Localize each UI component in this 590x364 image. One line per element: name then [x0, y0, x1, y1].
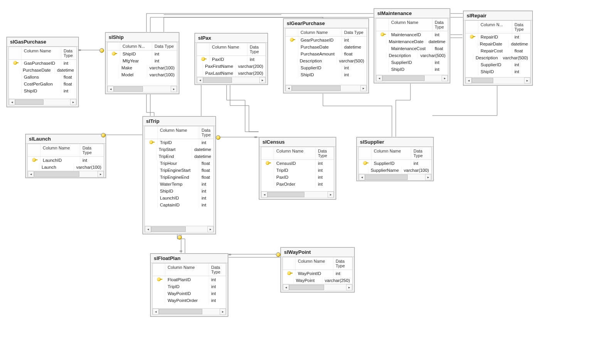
diagram-canvas[interactable]: slGasPurchase Column Name Data Type GasP…	[0, 0, 590, 364]
table-title: slRepair	[464, 11, 532, 20]
table-row[interactable]: PaxOrderint	[261, 181, 334, 188]
table-row[interactable]: TripHourfloat	[145, 160, 213, 167]
table-row[interactable]: ShipIDint	[145, 188, 213, 195]
table-body: Column Name Data Type GasPurchaseIDint P…	[8, 47, 77, 105]
table-slTrip[interactable]: slTrip Column NameData Type TripIDint Tr…	[143, 116, 216, 234]
relation-infinity-icon: ∞	[180, 249, 184, 252]
table-slGasPurchase[interactable]: slGasPurchase Column Name Data Type GasP…	[7, 37, 79, 107]
table-row[interactable]: PaxIDint	[197, 56, 266, 63]
table-title: slLaunch	[26, 134, 106, 144]
table-row[interactable]: PurchaseDatedatetime	[286, 44, 366, 50]
table-row[interactable]: TripEnddatetime	[145, 153, 213, 160]
table-row[interactable]: PurchaseDatedatetime	[9, 67, 76, 74]
table-slFloatPlan[interactable]: slFloatPlan Column NameData Type FloatPl…	[150, 253, 228, 317]
table-row[interactable]: ShipIDint	[466, 68, 530, 75]
table-row[interactable]: GearPurchaseIDint	[286, 37, 366, 44]
table-row[interactable]: PurchaseAmountfloat	[286, 50, 366, 57]
table-row[interactable]: Makevarchar(100)	[108, 64, 177, 71]
table-row[interactable]: PaxIDint	[261, 174, 334, 181]
table-row[interactable]: MfgYearint	[108, 57, 177, 64]
table-row[interactable]: ShipIDint	[376, 66, 448, 73]
table-row[interactable]: WayPointOrderint	[153, 297, 226, 304]
table-row[interactable]: SupplierIDint	[359, 160, 431, 167]
h-scrollbar[interactable]: ◂▸	[9, 99, 76, 105]
key-icon	[287, 271, 291, 275]
h-scrollbar[interactable]: ◂▸	[261, 191, 334, 197]
relation-key-icon	[276, 252, 280, 256]
table-row[interactable]: WayPointIDint	[153, 290, 226, 297]
table-row[interactable]: Descriptionvarchar(500)	[466, 54, 530, 61]
h-scrollbar[interactable]: ◂▸	[197, 77, 266, 83]
table-row[interactable]: WaterTempint	[145, 181, 213, 188]
table-row[interactable]: CensusIDint	[261, 160, 334, 167]
table-row[interactable]: TripEngineEndfloat	[145, 174, 213, 181]
table-row[interactable]: ShipIDint	[9, 87, 76, 94]
table-row[interactable]: GasPurchaseIDint	[9, 60, 76, 67]
table-row[interactable]: ShipIDint	[286, 71, 366, 78]
table-row[interactable]: TripIDint	[145, 139, 213, 146]
table-row[interactable]: PaxLastNamevarchar(200)	[197, 70, 266, 77]
table-row[interactable]: RepairIDint	[466, 34, 530, 40]
scroll-left-icon[interactable]: ◂	[9, 99, 15, 105]
table-title: slMaintenance	[374, 9, 450, 18]
h-scrollbar[interactable]: ◂▸	[145, 226, 213, 232]
table-row[interactable]: Gallonsfloat	[9, 74, 76, 81]
table-slMaintenance[interactable]: slMaintenance Column NameData Type Maint…	[374, 8, 450, 83]
scroll-right-icon[interactable]: ▸	[70, 99, 76, 105]
h-scrollbar[interactable]: ◂▸	[359, 174, 431, 180]
table-row[interactable]: Launchvarchar(100)	[28, 164, 104, 171]
table-row[interactable]: RepairDatedatetime	[466, 40, 530, 47]
table-title: slShip	[106, 33, 179, 42]
table-title: slWayPoint	[281, 248, 354, 257]
table-slRepair[interactable]: slRepair Column N...Data Type RepairIDin…	[463, 11, 533, 86]
h-scrollbar[interactable]: ◂▸	[286, 85, 366, 91]
table-row[interactable]: LaunchIDint	[28, 157, 104, 164]
table-title: slPax	[195, 34, 267, 43]
table-row[interactable]: Descriptionvarchar(500)	[286, 57, 366, 64]
relation-key-icon	[177, 235, 181, 239]
table-row[interactable]: WayPointIDint	[283, 270, 352, 277]
table-row[interactable]: MaintenanceIDint	[376, 31, 448, 38]
table-row[interactable]: LaunchIDint	[145, 195, 213, 201]
table-row[interactable]: FloatPlanIDint	[153, 276, 226, 283]
table-title: slCensus	[259, 138, 336, 147]
table-row[interactable]: TripIDint	[261, 167, 334, 174]
h-scrollbar[interactable]: ◂▸	[28, 171, 104, 177]
table-slGearPurchase[interactable]: slGearPurchase Column NameData Type Gear…	[283, 18, 369, 93]
h-scrollbar[interactable]: ◂▸	[466, 77, 530, 83]
table-row[interactable]: SupplierIDint	[466, 61, 530, 68]
h-scrollbar[interactable]: ◂▸	[108, 86, 177, 92]
table-slWayPoint[interactable]: slWayPoint Column NameData Type WayPoint…	[281, 247, 355, 292]
table-slLaunch[interactable]: slLaunch Column NameData Type LaunchIDin…	[25, 134, 106, 178]
table-slSupplier[interactable]: slSupplier Column NameData Type Supplier…	[356, 137, 434, 181]
table-row[interactable]: WayPointvarchar(250)	[283, 277, 352, 284]
h-scrollbar[interactable]: ◂▸	[376, 75, 448, 81]
table-row[interactable]: SupplierNamevarchar(100)	[359, 167, 431, 174]
table-row[interactable]: RepairCostfloat	[466, 47, 530, 54]
table-row[interactable]: CostPerGallonfloat	[9, 81, 76, 87]
table-slCensus[interactable]: slCensus Column NameData Type CensusIDin…	[259, 137, 336, 200]
table-row[interactable]: Modelvarchar(100)	[108, 71, 177, 78]
table-row[interactable]: SupplierIDint	[376, 59, 448, 66]
key-icon	[157, 277, 161, 281]
scroll-thumb[interactable]	[15, 99, 44, 105]
table-row[interactable]: CaptainIDint	[145, 201, 213, 208]
table-title: slFloatPlan	[151, 254, 228, 263]
table-row[interactable]: SupplierIDint	[286, 64, 366, 71]
table-row[interactable]: Descriptionvarchar(500)	[376, 52, 448, 59]
table-title: slTrip	[143, 117, 215, 126]
table-row[interactable]: ShipIDint	[108, 50, 177, 57]
table-row[interactable]: PaxFirstNamevarchar(200)	[197, 63, 266, 70]
key-icon	[201, 57, 205, 61]
table-slShip[interactable]: slShip Column N...Data Type ShipIDint Mf…	[105, 32, 179, 94]
table-row[interactable]: TripEngineStartfloat	[145, 167, 213, 174]
table-row[interactable]: TripIDint	[153, 283, 226, 290]
table-row[interactable]: MaintenanceDatedatetime	[376, 38, 448, 45]
relation-key-icon	[99, 48, 103, 52]
table-rows: GasPurchaseIDint PurchaseDatedatetime Ga…	[9, 60, 76, 99]
table-slPax[interactable]: slPax Column NameData Type PaxIDint PaxF…	[195, 33, 268, 85]
h-scrollbar[interactable]: ◂▸	[283, 284, 352, 290]
table-row[interactable]: MaintenanceCostfloat	[376, 45, 448, 52]
table-row[interactable]: TripStartdatetime	[145, 146, 213, 153]
h-scrollbar[interactable]: ◂▸	[153, 308, 226, 314]
